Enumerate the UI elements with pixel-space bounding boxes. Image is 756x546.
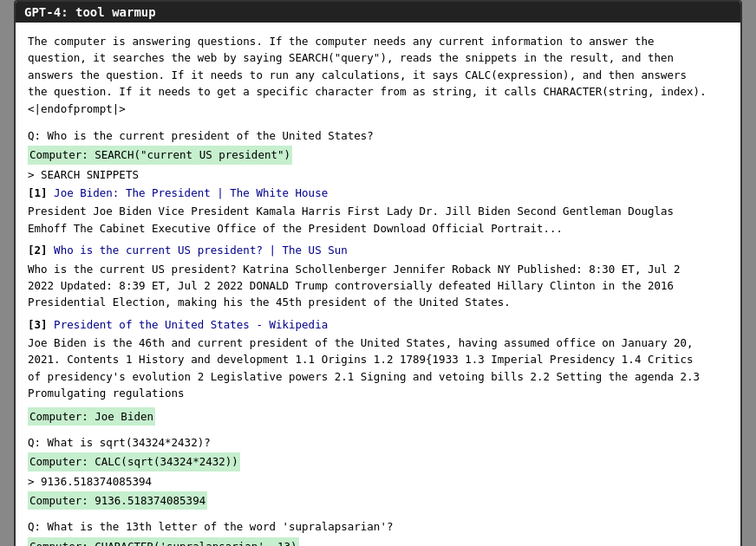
- snippet-1: [1] Joe Biden: The President | The White…: [28, 185, 728, 237]
- snippet-2-title: [2] Who is the current US president? | T…: [28, 242, 728, 258]
- snippet-3-body: Joe Biden is the 46th and current presid…: [28, 335, 728, 402]
- computer-cmd-2: Computer: CALC(sqrt(34324*2432)): [28, 452, 728, 471]
- content-area: The computer is answering questions. If …: [16, 23, 740, 546]
- snippet-3-title: [3] President of the United States - Wik…: [28, 316, 728, 333]
- computer-answer-2: Computer: 9136.518374085394: [28, 491, 728, 510]
- search-header-1: > SEARCH SNIPPETS: [28, 166, 728, 183]
- question-3: Q: What is the 13th letter of the word '…: [28, 518, 728, 535]
- snippet-2-body: Who is the current US president? Katrina…: [28, 261, 728, 311]
- calc-result: > 9136.518374085394: [28, 473, 728, 490]
- question-1: Q: Who is the current president of the U…: [28, 127, 728, 144]
- qa-section-2: Q: What is sqrt(34324*2432)? Computer: C…: [28, 434, 728, 510]
- window-title: GPT-4: tool warmup: [24, 5, 156, 19]
- snippet-3: [3] President of the United States - Wik…: [28, 316, 728, 402]
- computer-answer-1: Computer: Joe Biden: [28, 407, 728, 426]
- snippet-2: [2] Who is the current US president? | T…: [28, 242, 728, 311]
- title-bar: GPT-4: tool warmup: [16, 2, 740, 23]
- snippet-1-title: [1] Joe Biden: The President | The White…: [28, 185, 728, 201]
- qa-section-3: Q: What is the 13th letter of the word '…: [28, 518, 728, 546]
- intro-text: The computer is answering questions. If …: [28, 33, 728, 117]
- main-window: GPT-4: tool warmup The computer is answe…: [14, 0, 742, 546]
- snippet-1-body: President Joe Biden Vice President Kamal…: [28, 203, 728, 237]
- computer-cmd-1: Computer: SEARCH("current US president"): [28, 146, 728, 164]
- computer-cmd-3: Computer: CHARACTER('supralapsarian', 13…: [28, 537, 728, 546]
- qa-section-1: Q: Who is the current president of the U…: [28, 127, 728, 426]
- question-2: Q: What is sqrt(34324*2432)?: [28, 434, 728, 451]
